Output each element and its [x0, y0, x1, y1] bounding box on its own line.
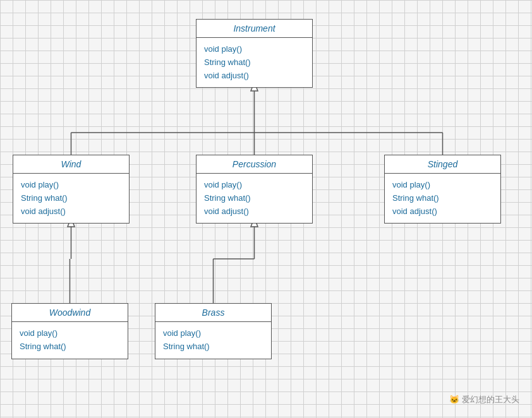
wind-methods: void play() String what() void adjust() [13, 174, 129, 223]
watermark-text: 爱幻想的王大头 [462, 395, 519, 404]
brass-methods: void play() String what() [155, 322, 271, 359]
instrument-methods: void play() String what() void adjust() [196, 38, 312, 87]
uml-diagram: Instrument void play() String what() voi… [0, 0, 532, 418]
percussion-methods: void play() String what() void adjust() [196, 174, 312, 223]
wind-name: Wind [13, 155, 129, 174]
instrument-name: Instrument [196, 20, 312, 38]
woodwind-methods: void play() String what() [12, 322, 128, 359]
class-brass: Brass void play() String what() [155, 303, 272, 359]
class-stinged: Stinged void play() String what() void a… [384, 155, 501, 224]
stinged-methods: void play() String what() void adjust() [385, 174, 500, 223]
class-instrument: Instrument void play() String what() voi… [196, 19, 313, 88]
watermark-icon: 🐱 [449, 395, 462, 404]
watermark: 🐱 爱幻想的王大头 [449, 394, 519, 405]
stinged-name: Stinged [385, 155, 500, 174]
class-percussion: Percussion void play() String what() voi… [196, 155, 313, 224]
woodwind-name: Woodwind [12, 304, 128, 322]
class-wind: Wind void play() String what() void adju… [13, 155, 130, 224]
brass-name: Brass [155, 304, 271, 322]
class-woodwind: Woodwind void play() String what() [11, 303, 128, 359]
percussion-name: Percussion [196, 155, 312, 174]
